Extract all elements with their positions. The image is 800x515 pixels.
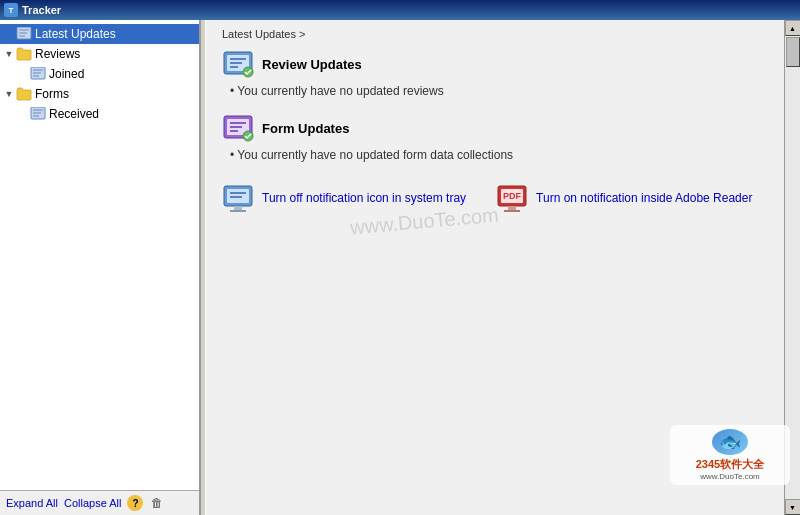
svg-rect-29: [230, 210, 246, 212]
joined-icon: [30, 66, 46, 82]
turn-off-notif-link[interactable]: Turn off notification icon in system tra…: [262, 191, 466, 205]
help-icon[interactable]: ?: [127, 495, 143, 511]
turn-off-notif-icon: [222, 182, 254, 214]
svg-rect-34: [504, 210, 520, 212]
expand-all-link[interactable]: Expand All: [6, 497, 58, 509]
turn-off-notif-item: Turn off notification icon in system tra…: [222, 182, 466, 214]
forms-expand-icon: ▼: [4, 89, 14, 99]
sidebar-item-joined[interactable]: Joined: [0, 64, 199, 84]
svg-text:PDF: PDF: [503, 191, 522, 201]
review-updates-header: Review Updates: [222, 50, 768, 78]
svg-rect-25: [227, 189, 249, 203]
breadcrumb: Latest Updates >: [222, 28, 768, 40]
turn-on-notif-item: PDF Turn on notification inside Adobe Re…: [496, 182, 752, 214]
sidebar-item-forms[interactable]: ▼ Forms: [0, 84, 199, 104]
app-icon: T: [4, 3, 18, 17]
joined-expand-placeholder: [18, 69, 28, 79]
notification-links: Turn off notification icon in system tra…: [222, 182, 768, 214]
trash-icon[interactable]: 🗑: [149, 495, 165, 511]
svg-rect-28: [234, 206, 242, 210]
scrollbar-thumb[interactable]: [786, 37, 800, 67]
form-updates-message: You currently have no updated form data …: [222, 148, 768, 162]
form-updates-icon: [222, 114, 254, 142]
svg-rect-33: [508, 206, 516, 210]
sidebar-footer: Expand All Collapse All ? 🗑: [0, 490, 199, 515]
review-updates-section: Review Updates You currently have no upd…: [222, 50, 768, 98]
logo-circle: 🐟: [712, 429, 748, 455]
latest-updates-icon: [16, 26, 32, 42]
review-updates-message: You currently have no updated reviews: [222, 84, 768, 98]
review-updates-title: Review Updates: [262, 57, 362, 72]
forms-label: Forms: [35, 87, 69, 101]
received-label: Received: [49, 107, 99, 121]
sidebar-tree: Latest Updates ▼ Reviews: [0, 20, 199, 490]
reviews-expand-icon: ▼: [4, 49, 14, 59]
sidebar-item-reviews[interactable]: ▼ Reviews: [0, 44, 199, 64]
app-title: Tracker: [22, 4, 61, 16]
review-updates-icon: [222, 50, 254, 78]
received-icon: [30, 106, 46, 122]
expand-placeholder: [4, 29, 14, 39]
reviews-folder-icon: [16, 46, 32, 62]
latest-updates-label: Latest Updates: [35, 27, 116, 41]
bottom-logo: 🐟 2345软件大全 www.DuoTe.com: [670, 425, 790, 485]
scrollbar-down-button[interactable]: ▼: [785, 499, 801, 515]
turn-on-notif-link[interactable]: Turn on notification inside Adobe Reader: [536, 191, 752, 205]
reviews-label: Reviews: [35, 47, 80, 61]
form-updates-section: Form Updates You currently have no updat…: [222, 114, 768, 162]
form-updates-title: Form Updates: [262, 121, 349, 136]
forms-folder-icon: [16, 86, 32, 102]
turn-on-notif-icon: PDF: [496, 182, 528, 214]
scrollbar-up-button[interactable]: ▲: [785, 20, 801, 36]
received-expand-placeholder: [18, 109, 28, 119]
sidebar-item-latest-updates[interactable]: Latest Updates: [0, 24, 199, 44]
sidebar-item-received[interactable]: Received: [0, 104, 199, 124]
form-updates-header: Form Updates: [222, 114, 768, 142]
sidebar: Latest Updates ▼ Reviews: [0, 20, 200, 515]
logo-text-sub: www.DuoTe.com: [700, 472, 760, 481]
collapse-all-link[interactable]: Collapse All: [64, 497, 121, 509]
title-bar: T Tracker: [0, 0, 800, 20]
joined-label: Joined: [49, 67, 84, 81]
logo-text-main: 2345软件大全: [696, 457, 764, 472]
